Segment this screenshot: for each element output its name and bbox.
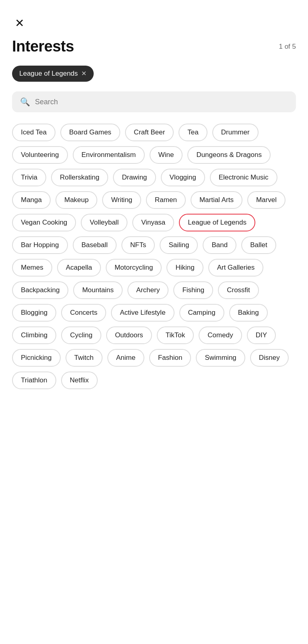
selected-tag-remove-icon[interactable]: ✕ (81, 70, 86, 77)
tag-item[interactable]: Blogging (12, 304, 56, 322)
tag-item[interactable]: Baseball (73, 236, 117, 254)
tag-item[interactable]: Acapella (57, 259, 101, 277)
tag-item[interactable]: Martial Arts (191, 191, 242, 209)
tag-item[interactable]: Board Games (60, 124, 120, 141)
tag-item[interactable]: Ramen (146, 191, 186, 209)
tag-item[interactable]: Dungeons & Dragons (187, 146, 271, 164)
tag-item[interactable]: Art Galleries (208, 259, 264, 277)
tag-item[interactable]: Backpacking (12, 281, 68, 299)
selected-tag-league-of-legends[interactable]: League of Legends ✕ (12, 66, 94, 82)
tag-item[interactable]: Crossfit (218, 281, 259, 299)
tag-item[interactable]: Vinyasa (132, 214, 174, 231)
tag-item[interactable]: Marvel (247, 191, 285, 209)
tag-item[interactable]: Archery (127, 281, 169, 299)
tag-item[interactable]: Climbing (12, 326, 56, 344)
tag-item[interactable]: Concerts (61, 304, 106, 322)
header-row: Interests 1 of 5 (12, 38, 296, 55)
tag-item[interactable]: Anime (107, 349, 144, 367)
tag-item[interactable]: Volunteering (12, 146, 68, 164)
tag-item[interactable]: Outdoors (106, 326, 152, 344)
tag-item[interactable]: Picnicking (12, 349, 61, 367)
tag-item[interactable]: Band (203, 236, 236, 254)
tag-item[interactable]: Drummer (212, 124, 259, 141)
tag-item[interactable]: Disney (250, 349, 289, 367)
tag-item[interactable]: Vlogging (161, 169, 205, 186)
tag-item[interactable]: Cycling (61, 326, 101, 344)
tag-item[interactable]: Electronic Music (210, 169, 277, 186)
tag-item[interactable]: Ballet (241, 236, 276, 254)
tag-item[interactable]: Motorcycling (106, 259, 162, 277)
tag-item[interactable]: Drawing (113, 169, 156, 186)
tag-item[interactable]: Sailing (160, 236, 198, 254)
tag-item[interactable]: Volleyball (81, 214, 127, 231)
tag-item[interactable]: Manga (12, 191, 51, 209)
tag-item[interactable]: Active Lifestyle (111, 304, 174, 322)
tag-item[interactable]: Wine (150, 146, 183, 164)
tag-item[interactable]: Swimming (196, 349, 245, 367)
search-bar: 🔍 (12, 91, 296, 112)
search-icon: 🔍 (20, 97, 30, 107)
tag-item[interactable]: Fashion (149, 349, 191, 367)
tag-item[interactable]: Makeup (55, 191, 97, 209)
tag-item[interactable]: Vegan Cooking (12, 214, 76, 231)
page-container: ✕ Interests 1 of 5 League of Legends ✕ 🔍… (0, 0, 308, 405)
close-icon: ✕ (15, 18, 24, 29)
tag-item[interactable]: Netflix (61, 372, 98, 389)
tag-item[interactable]: Trivia (12, 169, 46, 186)
close-button[interactable]: ✕ (12, 16, 27, 31)
selected-tags-container: League of Legends ✕ (12, 66, 296, 82)
tag-item[interactable]: Bar Hopping (12, 236, 68, 254)
tag-item[interactable]: Camping (179, 304, 224, 322)
tag-item[interactable]: Triathlon (12, 372, 56, 389)
tag-item[interactable]: Memes (12, 259, 52, 277)
tag-item[interactable]: Iced Tea (12, 124, 55, 141)
page-title: Interests (12, 38, 74, 55)
tag-item[interactable]: Comedy (199, 326, 242, 344)
tag-item[interactable]: Fishing (173, 281, 213, 299)
tag-item[interactable]: TikTok (157, 326, 194, 344)
tag-item[interactable]: Craft Beer (125, 124, 174, 141)
tag-item[interactable]: Mountains (73, 281, 122, 299)
tag-item[interactable]: Baking (229, 304, 268, 322)
tag-item[interactable]: DIY (247, 326, 276, 344)
tag-item[interactable]: Hiking (166, 259, 203, 277)
tags-container: Iced TeaBoard GamesCraft BeerTeaDrummerV… (12, 124, 296, 389)
tag-item[interactable]: Rollerskating (51, 169, 108, 186)
search-input[interactable] (35, 98, 288, 106)
selected-tag-label: League of Legends (19, 70, 78, 78)
step-indicator: 1 of 5 (279, 43, 296, 51)
tag-item[interactable]: Writing (102, 191, 141, 209)
tag-item[interactable]: NFTs (121, 236, 155, 254)
tag-item[interactable]: League of Legends (179, 214, 255, 231)
tag-item[interactable]: Environmentalism (73, 146, 145, 164)
tag-item[interactable]: Twitch (66, 349, 103, 367)
tag-item[interactable]: Tea (179, 124, 207, 141)
